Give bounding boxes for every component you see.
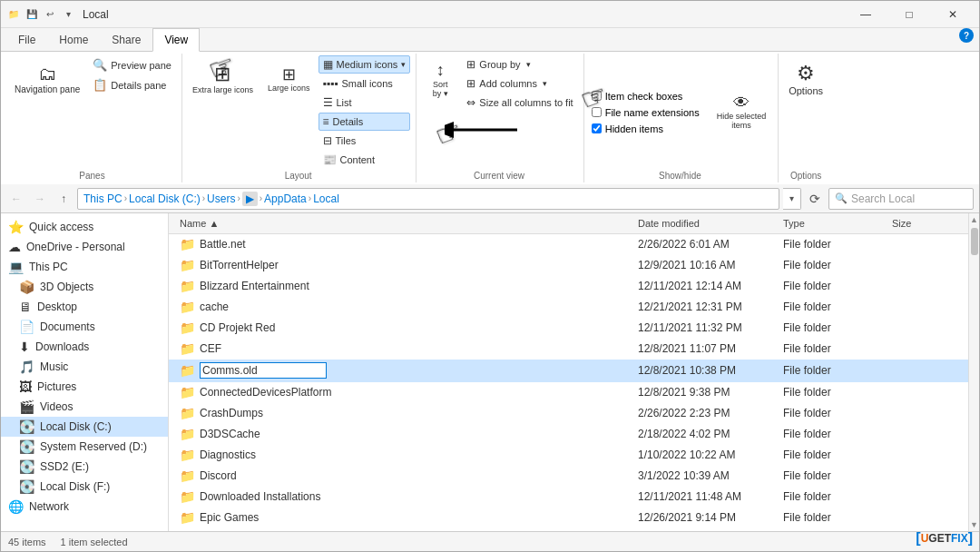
table-row[interactable]: 📁CD Projekt Red 12/11/2021 11:32 PM File… xyxy=(169,318,968,339)
file-name: Blizzard Entertainment xyxy=(200,280,309,292)
size-all-columns-button[interactable]: ⇔ Size all columns to fit xyxy=(462,94,577,112)
table-row[interactable]: 📁CrashDumps 2/26/2022 2:23 PM File folde… xyxy=(169,403,968,424)
sidebar-item-pictures[interactable]: 🖼 Pictures xyxy=(1,377,168,397)
medium-icons-button[interactable]: ▦ Medium icons ▾ xyxy=(318,55,411,74)
navigation-pane-button[interactable]: 🗂 Navigation pane xyxy=(8,55,86,103)
sidebar-item-3d-objects[interactable]: 📦 3D Objects xyxy=(1,277,168,297)
details-button[interactable]: ≡ Details xyxy=(318,113,411,131)
table-row[interactable]: 📁CEF 12/8/2021 11:07 PM File folder xyxy=(169,339,968,360)
sidebar-item-local-disk-c[interactable]: 💽 Local Disk (C:) xyxy=(1,417,168,437)
table-row[interactable]: 📁BitTorrentHelper 12/9/2021 10:16 AM Fil… xyxy=(169,255,968,276)
group-by-button[interactable]: ⊞ Group by ▾ xyxy=(462,55,577,74)
sidebar-item-local-disk-f[interactable]: 💽 Local Disk (F:) xyxy=(1,477,168,497)
table-row[interactable]: 📁cache 12/21/2021 12:31 PM File folder xyxy=(169,297,968,318)
cell-name: 📁Discord xyxy=(176,466,634,486)
hidden-items-check[interactable]: Hidden items xyxy=(588,122,703,136)
tab-home[interactable]: Home xyxy=(47,28,100,52)
crumb-user[interactable]: ▶ xyxy=(242,192,258,206)
sort-by-button[interactable]: ↕ Sortby ▾ xyxy=(420,55,460,103)
small-icons-button[interactable]: ▪▪▪▪ Small icons xyxy=(318,74,411,93)
sidebar-item-onedrive[interactable]: ☁ OneDrive - Personal xyxy=(1,237,168,257)
address-dropdown[interactable]: ▾ xyxy=(783,188,801,210)
sidebar-item-this-pc[interactable]: 💻 This PC xyxy=(1,257,168,277)
sidebar-item-desktop[interactable]: 🖥 Desktop xyxy=(1,297,168,317)
forward-button[interactable]: → xyxy=(30,189,50,209)
content-button[interactable]: 📰 Content xyxy=(318,151,411,169)
search-box[interactable]: 🔍 Search Local xyxy=(828,188,974,210)
local-disk-f-icon: 💽 xyxy=(19,479,34,494)
file-name: CD Projekt Red xyxy=(200,321,275,334)
cell-date: 12/21/2021 12:31 PM xyxy=(634,298,779,316)
extra-large-icons-button[interactable]: ⊞ Extra large icons xyxy=(186,55,260,103)
file-name-input[interactable] xyxy=(200,362,327,379)
table-row[interactable]: 📁Battle.net 2/26/2022 6:01 AM File folde… xyxy=(169,234,968,255)
large-icons-button[interactable]: ⊞ Large icons xyxy=(261,55,317,103)
scroll-down[interactable]: ▼ xyxy=(968,518,979,531)
table-row[interactable]: 📁Blizzard Entertainment 12/11/2021 12:14… xyxy=(169,276,968,297)
sidebar-item-system-reserved[interactable]: 💽 System Reserved (D:) xyxy=(1,437,168,457)
file-name-ext-input[interactable] xyxy=(592,107,602,117)
sidebar-item-quick-access[interactable]: ⭐ Quick access xyxy=(1,217,168,237)
cell-name: 📁CEF xyxy=(176,339,634,359)
details-pane-button[interactable]: 📋 Details pane xyxy=(88,75,176,94)
tab-file[interactable]: File xyxy=(6,28,47,52)
ssd2-label: SSD2 (E:) xyxy=(40,460,89,473)
table-row[interactable]: 📁Downloaded Installations 12/11/2021 11:… xyxy=(169,487,968,508)
crumb-this-pc[interactable]: This PC xyxy=(83,192,122,205)
close-button[interactable]: ✕ xyxy=(932,1,974,28)
file-name-ext-check[interactable]: File name extensions xyxy=(588,105,703,120)
crumb-local-disk[interactable]: Local Disk (C:) xyxy=(129,192,201,205)
back-button[interactable]: ← xyxy=(6,189,26,209)
window: 📁 💾 ↩ ▾ Local — □ ✕ File Home Share View… xyxy=(0,0,980,552)
item-check-boxes-check[interactable]: Item check boxes xyxy=(588,89,703,104)
crumb-appdata[interactable]: AppData xyxy=(264,192,307,205)
hidden-items-input[interactable] xyxy=(592,123,602,133)
crumb-local[interactable]: Local xyxy=(313,192,339,205)
file-name-ext-label: File name extensions xyxy=(605,107,700,118)
sidebar: ⭐ Quick access ☁ OneDrive - Personal 💻 T… xyxy=(1,213,169,531)
table-row[interactable]: 📁ConnectedDevicesPlatform 12/8/2021 9:38… xyxy=(169,382,968,403)
options-button[interactable]: ⚙ Options xyxy=(782,55,829,103)
minimize-button[interactable]: — xyxy=(845,1,887,28)
crumb-users[interactable]: Users xyxy=(207,192,235,205)
add-columns-button[interactable]: ⊞ Add columns ▾ xyxy=(462,74,577,93)
tiles-button[interactable]: ⊟ Tiles xyxy=(318,132,411,150)
col-type[interactable]: Type xyxy=(779,215,888,232)
refresh-button[interactable]: ⟳ xyxy=(805,189,825,209)
scrollbar[interactable]: ▲ ▼ xyxy=(968,213,979,531)
scroll-up[interactable]: ▲ xyxy=(968,213,979,226)
list-button[interactable]: ☰ List xyxy=(318,94,411,112)
sidebar-item-music[interactable]: 🎵 Music xyxy=(1,357,168,377)
preview-pane-button[interactable]: 🔍 Preview pane xyxy=(88,55,176,74)
3d-objects-icon: 📦 xyxy=(19,280,34,294)
maximize-button[interactable]: □ xyxy=(888,1,930,28)
details-pane-label: Details pane xyxy=(111,80,166,91)
col-size[interactable]: Size xyxy=(888,215,961,232)
sidebar-item-documents[interactable]: 📄 Documents xyxy=(1,317,168,337)
sidebar-item-network[interactable]: 🌐 Network xyxy=(1,497,168,517)
hide-selected-items-button[interactable]: 👁 Hide selecteditems xyxy=(710,89,773,136)
table-row[interactable]: 📁D3DSCache 2/18/2022 4:02 PM File folder xyxy=(169,424,968,445)
item-check-boxes-input[interactable] xyxy=(592,91,602,101)
col-date[interactable]: Date modified xyxy=(634,215,779,232)
sidebar-item-downloads[interactable]: ⬇ Downloads xyxy=(1,337,168,357)
ribbon-group-layout: ⊞ Extra large icons ⊞ Large icons ▦ Medi… xyxy=(182,54,416,182)
table-row[interactable]: 📁 12/8/2021 10:38 PM File folder xyxy=(169,360,968,382)
scroll-thumb[interactable] xyxy=(971,228,978,255)
help-button[interactable]: ? xyxy=(959,28,974,43)
table-row[interactable]: 📁Diagnostics 1/10/2022 10:22 AM File fol… xyxy=(169,445,968,466)
table-row[interactable]: 📁Discord 3/1/2022 10:39 AM File folder xyxy=(169,466,968,487)
col-name[interactable]: Name ▲ xyxy=(176,215,634,232)
table-row[interactable]: 📁Epic Games 12/26/2021 9:14 PM File fold… xyxy=(169,508,968,528)
tab-share[interactable]: Share xyxy=(100,28,152,52)
sidebar-item-videos[interactable]: 🎬 Videos xyxy=(1,397,168,417)
up-button[interactable]: ↑ xyxy=(54,189,74,209)
sidebar-item-ssd2[interactable]: 💽 SSD2 (E:) xyxy=(1,457,168,477)
folder-icon: 📁 xyxy=(180,385,195,399)
tab-view[interactable]: View xyxy=(152,28,200,52)
address-path[interactable]: This PC › Local Disk (C:) › Users › ▶ › … xyxy=(77,188,779,210)
cell-type: File folder xyxy=(779,508,888,527)
dropdown-icon[interactable]: ▾ xyxy=(61,7,75,22)
options-label: Options xyxy=(789,85,823,96)
cell-size xyxy=(888,494,961,499)
